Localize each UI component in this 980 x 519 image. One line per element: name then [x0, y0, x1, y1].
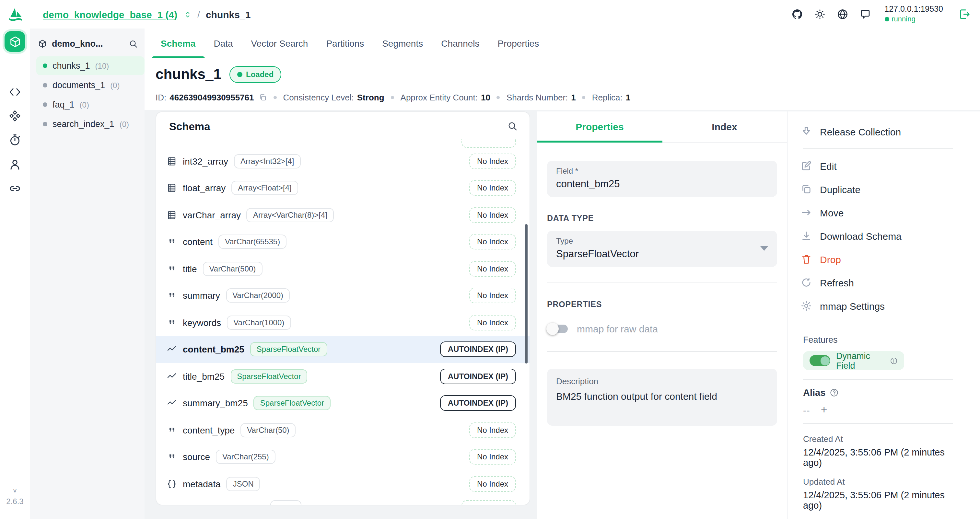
schema-field-row[interactable]: summaryVarChar(2000)No Index [156, 282, 530, 309]
info-icon[interactable] [890, 356, 898, 365]
language-globe-icon[interactable] [837, 8, 848, 20]
type-select[interactable]: Type SparseFloatVector [547, 231, 777, 267]
unloaded-dot [43, 122, 47, 126]
description-field[interactable]: Description BM25 function output for con… [547, 369, 777, 426]
index-chip[interactable]: No Index [469, 181, 516, 196]
schema-card-title: Schema [169, 121, 210, 133]
tab-vector-search[interactable]: Vector Search [242, 29, 317, 58]
schema-scrollbar[interactable] [525, 224, 528, 363]
copy-id-icon[interactable] [259, 93, 267, 102]
field-details-panel: Properties Index Field * content_bm25 DA… [537, 111, 788, 519]
logout-icon[interactable] [958, 8, 971, 21]
milvus-logo-icon [6, 5, 25, 24]
collection-name: faq_1 [52, 100, 75, 110]
field-name-input[interactable]: Field * content_bm25 [547, 161, 777, 197]
index-chip[interactable]: AUTOINDEX (IP) [440, 369, 516, 384]
schema-field-row[interactable]: contentVarChar(65535)No Index [156, 229, 530, 255]
nav-metrics-button[interactable] [8, 133, 21, 146]
nav-users-button[interactable] [8, 158, 21, 171]
tab-schema[interactable]: Schema [152, 29, 205, 58]
text-field-icon [167, 452, 177, 462]
index-chip[interactable]: No Index [469, 449, 516, 465]
arrow-icon [800, 207, 812, 218]
nav-connections-button[interactable] [8, 182, 21, 195]
question-icon[interactable] [829, 388, 838, 397]
collection-name: search_index_1 [52, 119, 115, 129]
move-button[interactable]: Move [788, 201, 968, 224]
sidebar-database-name[interactable]: demo_kno... [52, 38, 124, 48]
index-chip[interactable]: No Index [469, 315, 516, 330]
sidebar-collection-item[interactable]: faq_1(0) [36, 95, 145, 114]
schema-field-row[interactable]: summary_bm25SparseFloatVectorAUTOINDEX (… [156, 390, 530, 417]
index-chip[interactable]: No Index [469, 154, 516, 169]
nav-play-code-button[interactable] [8, 86, 21, 98]
tab-data[interactable]: Data [205, 29, 242, 58]
index-chip[interactable]: No Index [469, 422, 516, 438]
index-chip[interactable]: No Index [469, 207, 516, 223]
header-actions: 127.0.0.1:19530 running [791, 0, 971, 29]
index-chip[interactable]: No Index [469, 476, 516, 492]
features-label: Features [803, 335, 953, 345]
schema-field-row[interactable]: varChar_arrayArray<VarChar(8)>[4]No Inde… [156, 202, 530, 229]
schema-field-row[interactable]: float_arrayArray<Float>[4]No Index [156, 175, 530, 202]
collection-list: chunks_1(10)documents_1(0)faq_1(0)search… [30, 56, 145, 134]
tab-channels[interactable]: Channels [432, 29, 488, 58]
action-label: Duplicate [820, 184, 861, 195]
nav-databases-button[interactable] [5, 31, 25, 52]
theme-sun-icon[interactable] [814, 8, 826, 20]
tab-segments[interactable]: Segments [373, 29, 432, 58]
action-label: Refresh [820, 277, 854, 288]
meta-item: ID:462639049930955761 [156, 93, 267, 102]
unfold-icon[interactable] [183, 10, 191, 19]
schema-search-icon[interactable] [507, 121, 518, 132]
add-alias-button[interactable]: + [821, 404, 827, 415]
drop-button[interactable]: Drop [788, 248, 968, 271]
sidebar-collection-item[interactable]: documents_1(0) [36, 76, 145, 95]
index-chip[interactable]: No Index [469, 261, 516, 277]
mmap-settings-button[interactable]: mmap Settings [788, 294, 968, 317]
index-chip[interactable]: AUTOINDEX (IP) [440, 342, 516, 357]
loaded-dot [43, 63, 47, 68]
meta-separator-dot [582, 96, 585, 99]
index-chip[interactable]: AUTOINDEX (IP) [440, 395, 516, 411]
nav-system-button[interactable] [8, 110, 21, 122]
feedback-chat-icon[interactable] [859, 8, 871, 20]
mmap-toggle-label: mmap for raw data [577, 323, 658, 334]
mmap-toggle[interactable] [548, 325, 568, 333]
collections-sidebar: demo_kno... chunks_1(10)documents_1(0)fa… [30, 29, 145, 519]
sidebar-collection-item[interactable]: chunks_1(10) [36, 56, 145, 75]
unloaded-dot [43, 83, 47, 87]
breadcrumb-separator: / [197, 9, 200, 19]
field-type-chip: SparseFloatVector [250, 343, 327, 357]
index-chip[interactable]: No Index [469, 288, 516, 303]
schema-field-row[interactable]: int32_arrayArray<Int32>[4]No Index [156, 148, 530, 175]
tab-index[interactable]: Index [662, 111, 787, 142]
collection-count: (0) [80, 100, 89, 109]
tab-properties[interactable]: Properties [537, 111, 662, 142]
collection-tabstrip: SchemaDataVector SearchPartitionsSegment… [145, 29, 980, 58]
dynamic-field-toggle[interactable] [810, 355, 830, 366]
field-type-chip: VarChar(255) [216, 450, 275, 464]
duplicate-button[interactable]: Duplicate [788, 178, 968, 201]
github-icon[interactable] [791, 8, 803, 20]
scroll-clipped-row-top [156, 139, 530, 148]
sidebar-search-icon[interactable] [128, 38, 138, 48]
collection-count: (0) [110, 81, 119, 90]
schema-field-row[interactable]: keywordsVarChar(1000)No Index [156, 309, 530, 336]
schema-field-row[interactable]: sourceVarChar(255)No Index [156, 443, 530, 470]
schema-field-row[interactable]: title_bm25SparseFloatVectorAUTOINDEX (IP… [156, 363, 530, 390]
schema-field-row[interactable]: content_bm25SparseFloatVectorAUTOINDEX (… [156, 336, 530, 363]
edit-button[interactable]: Edit [788, 154, 968, 178]
release-collection-button[interactable]: Release Collection [788, 120, 968, 143]
index-chip[interactable]: No Index [469, 234, 516, 250]
tab-partitions[interactable]: Partitions [317, 29, 373, 58]
schema-field-row[interactable]: titleVarChar(500)No Index [156, 255, 530, 282]
sidebar-collection-item[interactable]: search_index_1(0) [36, 115, 145, 133]
field-name: summary_bm25 [183, 398, 248, 408]
refresh-button[interactable]: Refresh [788, 271, 968, 294]
schema-field-row[interactable]: content_typeVarChar(50)No Index [156, 417, 530, 443]
schema-field-row[interactable]: metadataJSONNo Index [156, 470, 530, 497]
download-schema-button[interactable]: Download Schema [788, 224, 968, 248]
breadcrumb-database-link[interactable]: demo_knowledge_base_1 (4) [43, 9, 177, 20]
tab-properties[interactable]: Properties [489, 29, 548, 58]
